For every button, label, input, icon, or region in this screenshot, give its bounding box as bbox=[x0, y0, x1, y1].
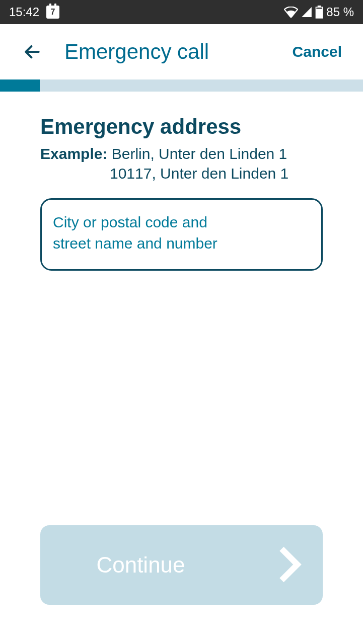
app-header: Emergency call Cancel bbox=[0, 24, 363, 79]
main-content: Emergency address Example: Berlin, Unter… bbox=[0, 92, 363, 271]
address-input-container[interactable] bbox=[40, 198, 323, 271]
cellular-icon bbox=[301, 7, 312, 18]
status-bar: 15:42 7 85 % bbox=[0, 0, 363, 24]
progress-bar bbox=[0, 79, 363, 92]
example-block: Example: Berlin, Unter den Linden 1 1011… bbox=[40, 144, 323, 183]
battery-percent: 85 % bbox=[326, 5, 354, 19]
svg-rect-2 bbox=[316, 9, 323, 18]
section-heading: Emergency address bbox=[40, 115, 323, 139]
calendar-icon: 7 bbox=[46, 6, 59, 19]
chevron-right-icon bbox=[276, 545, 303, 586]
example-line-2: 10117, Unter den Linden 1 bbox=[40, 164, 323, 183]
footer: Continue bbox=[40, 525, 323, 605]
status-left: 15:42 7 bbox=[9, 5, 59, 19]
address-input[interactable] bbox=[53, 212, 310, 255]
status-time: 15:42 bbox=[9, 5, 39, 19]
page-title: Emergency call bbox=[64, 40, 287, 64]
status-right: 85 % bbox=[284, 5, 354, 19]
example-line-1: Berlin, Unter den Linden 1 bbox=[112, 145, 287, 162]
battery-icon bbox=[315, 6, 323, 19]
back-button[interactable] bbox=[20, 40, 44, 64]
cancel-button[interactable]: Cancel bbox=[287, 38, 354, 65]
progress-fill bbox=[0, 79, 40, 92]
example-label: Example: bbox=[40, 145, 107, 162]
wifi-icon bbox=[284, 7, 298, 18]
arrow-left-icon bbox=[23, 42, 42, 61]
continue-button[interactable]: Continue bbox=[40, 525, 323, 605]
continue-label: Continue bbox=[60, 552, 221, 578]
